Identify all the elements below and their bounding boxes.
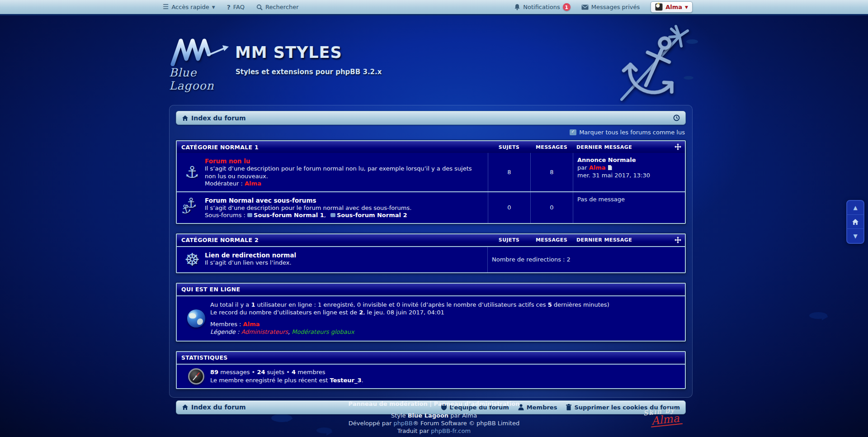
column-header-messages: MESSAGES [530,144,573,150]
topics-count: 0 [488,192,530,223]
site-tagline: Styles et extensions pour phpBB 3.2.x [236,68,382,76]
redirect-count-cell: Nombre de redirections : 2 [487,247,685,272]
faq-link[interactable]: ? FAQ [227,4,245,10]
forum-description: Il s’agit d’une description pour le foru… [205,165,484,180]
forum-description: Il s’agit d’une description pour le foru… [205,204,411,212]
phpbb-fr-link[interactable]: phpBB-fr.com [431,428,471,434]
online-member-link[interactable]: Alma [243,321,260,328]
online-header: QUI EST EN LIGNE [177,284,685,295]
statistics-body: 89 messages • 24 sujets • 4 membres Le m… [177,364,685,388]
subforum-link-1[interactable]: Sous-forum Normal 1 [254,212,324,218]
move-icon[interactable] [675,143,681,150]
statistics-title: STATISTIQUES [177,354,685,361]
redirect-link[interactable]: Lien de redirection normal [205,251,296,259]
clock-icon[interactable] [673,114,680,121]
forum-link-subforums[interactable]: Forum Normal avec sous-forums [205,196,411,204]
members-label: Membres : [210,321,243,328]
category1-header: CATÉGORIE NORMALE 1 SUJETS MESSAGES DERN… [177,141,685,153]
page-footer: Panneau de modération | Panneau d’admini… [0,400,868,435]
bell-icon [514,4,520,10]
move-icon[interactable] [675,237,681,243]
private-messages-label: Messages privés [591,4,640,10]
administration-panel-link[interactable]: Panneau d’administration [434,400,520,407]
anchor-trident-graphic [604,24,701,107]
column-header-dernier-message: DERNIER MESSAGE [573,237,685,243]
topics-count: 8 [488,153,530,191]
moderator-label: Modérateur : [205,180,245,187]
quick-links-menu[interactable]: ☰ Accès rapide ▼ [163,4,215,10]
forum-main-cell: ☸ Lien de redirection normal Il s’agit d… [177,247,487,272]
top-navbar: ☰ Accès rapide ▼ ? FAQ Rechercher Notifi… [0,0,868,15]
mark-forums-read-link[interactable]: Marquer tous les forums comme lus [177,129,685,136]
username: Alma [665,4,682,10]
user-menu-button[interactable]: Alma ▼ [651,1,693,13]
legend-administrators-link[interactable]: Administrateurs [241,328,288,335]
messages-count: 0 [530,192,573,223]
messages-count: 8 [530,153,573,191]
statistics-header: STATISTIQUES [177,352,685,364]
mm-logo-icon [169,37,232,66]
logo-text: Blue Lagoon [169,66,237,92]
column-header-messages: MESSAGES [530,237,573,243]
main-content-panel: Index du forum Marquer tous les forums c… [169,105,693,398]
phpbb-link[interactable]: phpBB [393,420,413,427]
forum-link-unread[interactable]: Forum non lu [205,157,484,165]
subforum-icon [330,213,335,217]
online-title: QUI EST EN LIGNE [177,286,685,293]
category-block-1: CATÉGORIE NORMALE 1 SUJETS MESSAGES DERN… [176,140,686,224]
statistics-block: STATISTIQUES 89 messages • 24 sujets • 4… [176,351,686,389]
last-message-cell: Pas de message [573,192,685,223]
chevron-down-icon: ▼ [685,5,688,10]
forum-row-subforums: ⚓⚓ Forum Normal avec sous-forums Il s’ag… [177,191,685,223]
legend-global-moderators-link[interactable]: Modérateurs globaux [292,328,354,335]
fish-silhouette [809,312,827,319]
category-block-2: CATÉGORIE NORMALE 2 SUJETS MESSAGES DERN… [176,233,686,273]
subforums-label: Sous-forums : [205,212,247,218]
last-post-author-link[interactable]: Alma [589,164,606,171]
anchor-icon: ⚓ [179,157,205,188]
last-post-date: mer. 31 mai 2017, 13:30 [577,171,681,179]
last-post-title-link[interactable]: Annonce Normale [577,156,681,164]
redirect-count: Nombre de redirections : 2 [492,256,571,263]
redirect-link-row: ☸ Lien de redirection normal Il s’agit d… [177,246,685,272]
category1-title[interactable]: CATÉGORIE NORMALE 1 [177,144,488,151]
question-icon: ? [227,4,231,10]
column-header-sujets: SUJETS [488,237,530,243]
header-branding: Blue Lagoon MM STYLES Styles et extensio… [0,15,868,105]
style-credit: Style Blue Lagoon par Alma [0,412,868,419]
redirect-description: Il s’agit d’un lien vers l’index. [205,259,296,267]
faq-label: FAQ [233,4,245,10]
designer-signature: Skin by Alma [643,405,683,428]
online-block: QUI EST EN LIGNE Au total il y a 1 utili… [176,283,686,342]
scroll-home-button[interactable] [847,215,863,229]
site-logo[interactable]: Blue Lagoon [169,37,237,92]
site-title: MM STYLES [235,43,342,62]
home-icon [182,115,189,121]
navbar-right: Notifications 1 Messages privés Alma ▼ [514,1,693,13]
envelope-icon [581,5,589,10]
hamburger-icon: ☰ [163,4,169,10]
online-body: Au total il y a 1 utilisateur en ligne :… [177,295,685,341]
compass-icon [182,368,210,385]
globe-icon [182,309,210,328]
legend-label: Légende : [210,328,241,335]
category2-title[interactable]: CATÉGORIE NORMALE 2 [177,237,488,243]
search-link[interactable]: Rechercher [256,4,299,10]
notifications-link[interactable]: Notifications 1 [514,3,570,11]
breadcrumb-index-top[interactable]: Index du forum [182,114,246,122]
subforum-link-2[interactable]: Sous-forum Normal 2 [337,212,407,218]
quick-links-label: Accès rapide [171,4,209,10]
scroll-top-button[interactable]: ▲ [847,201,863,215]
moderation-panel-link[interactable]: Panneau de modération [349,400,428,407]
recent-member-link[interactable]: Testeur_3 [330,377,362,384]
notifications-label: Notifications [523,4,560,10]
arrow-up-icon: ▲ [853,204,857,211]
search-icon [256,4,263,10]
moderator-link[interactable]: Alma [245,180,261,187]
goto-post-icon[interactable] [608,165,612,170]
private-messages-link[interactable]: Messages privés [581,4,640,10]
notification-badge[interactable]: 1 [563,3,571,11]
translation-credit: Traduit par phpBB-fr.com [0,427,868,435]
column-header-dernier-message: DERNIER MESSAGE [573,144,685,150]
scroll-bottom-button[interactable]: ▼ [847,229,863,243]
